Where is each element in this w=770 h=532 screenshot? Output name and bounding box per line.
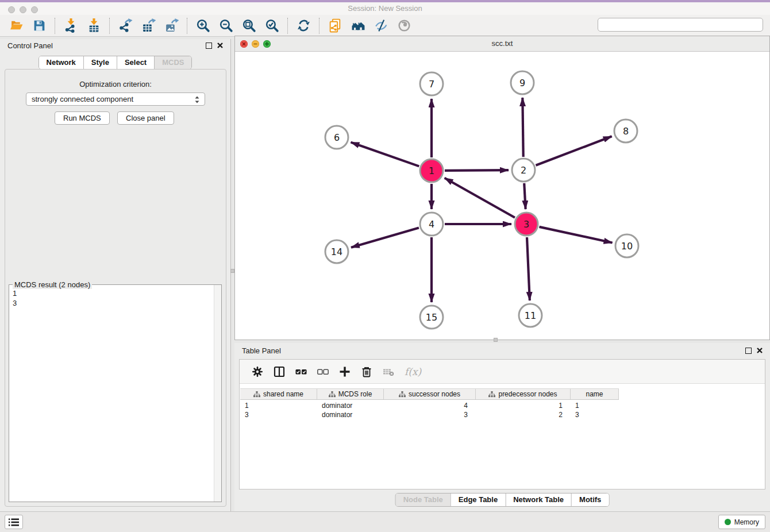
open-session-button[interactable] <box>7 17 25 34</box>
clone-network-button[interactable] <box>326 17 344 34</box>
save-icon <box>32 18 47 33</box>
vertical-splitter-handle[interactable] <box>230 269 234 273</box>
table-cell[interactable]: 2 <box>476 410 571 419</box>
criterion-select[interactable]: strongly connected component <box>26 92 205 106</box>
graph-edge-2-8[interactable] <box>536 136 611 165</box>
network-canvas[interactable]: 7968124314101511 <box>235 52 769 340</box>
show-columns-button[interactable] <box>271 364 287 380</box>
result-item[interactable]: 1 <box>13 288 214 298</box>
apply-layout-button[interactable] <box>295 17 312 34</box>
deselect-all-rows-button[interactable] <box>315 364 331 380</box>
table-row[interactable]: 1dominator411 <box>240 401 619 410</box>
table-cell[interactable]: 3 <box>571 410 619 419</box>
delete-column-button[interactable] <box>359 364 375 380</box>
tab-network-table[interactable]: Network Table <box>505 494 571 506</box>
table-cell[interactable]: 1 <box>240 401 317 410</box>
close-panel-button[interactable]: Close panel <box>117 111 174 125</box>
graph-node-10[interactable]: 10 <box>615 234 638 257</box>
graph-edge-4-14[interactable] <box>351 228 419 247</box>
export-table-button[interactable] <box>140 17 157 34</box>
save-session-button[interactable] <box>30 17 48 34</box>
graph-node-9[interactable]: 9 <box>511 71 534 94</box>
import-network-button[interactable] <box>62 17 79 34</box>
graph-node-7[interactable]: 7 <box>420 72 443 95</box>
table-settings-button[interactable] <box>249 364 265 380</box>
memory-button[interactable]: Memory <box>718 515 765 529</box>
network-close-icon[interactable] <box>240 40 248 48</box>
window-close-icon[interactable] <box>8 6 15 13</box>
graph-edge-3-10[interactable] <box>539 227 612 243</box>
network-maximize-icon[interactable] <box>263 40 271 48</box>
table-cell[interactable]: dominator <box>317 410 384 419</box>
delete-table-button[interactable] <box>380 364 396 380</box>
table-cell[interactable]: 1 <box>571 401 619 410</box>
table-cell[interactable]: 1 <box>476 401 571 410</box>
function-builder-button[interactable]: f(x) <box>402 364 424 380</box>
select-all-rows-button[interactable] <box>293 364 309 380</box>
column-header-name[interactable]: name <box>571 389 619 399</box>
tab-mcds[interactable]: MCDS <box>154 56 191 69</box>
tab-select[interactable]: Select <box>117 56 154 69</box>
column-header-MCDS-role[interactable]: MCDS role <box>317 389 384 399</box>
graph-node-1[interactable]: 1 <box>420 159 443 182</box>
status-bar: Memory <box>0 511 770 532</box>
result-item[interactable]: 3 <box>13 298 214 308</box>
hide-selected-button[interactable] <box>372 17 390 34</box>
trash-icon <box>361 366 372 377</box>
zoom-fit-button[interactable] <box>240 17 257 34</box>
graph-node-label: 3 <box>523 219 529 230</box>
column-header-shared-name[interactable]: shared name <box>240 389 317 399</box>
mcds-result-list[interactable]: 13 <box>9 286 214 502</box>
horizontal-splitter-handle[interactable] <box>494 338 498 342</box>
tab-style[interactable]: Style <box>83 56 117 69</box>
control-panel-float-icon[interactable] <box>206 43 212 49</box>
table-cell[interactable]: dominator <box>317 401 384 410</box>
tab-node-table[interactable]: Node Table <box>396 494 451 506</box>
graph-node-11[interactable]: 11 <box>519 304 542 327</box>
graph-edge-2-9[interactable] <box>522 98 523 157</box>
graph-node-14[interactable]: 14 <box>325 240 348 263</box>
export-network-button[interactable] <box>117 17 134 34</box>
zoom-in-button[interactable] <box>194 17 211 34</box>
graph-node-6[interactable]: 6 <box>325 126 348 149</box>
graph-edge-2-3[interactable] <box>524 183 525 209</box>
table-cell[interactable]: 4 <box>384 401 476 410</box>
optimization-criterion-label: Optimization criterion: <box>5 80 226 88</box>
graph-edge-1-2[interactable] <box>445 170 509 171</box>
export-image-button[interactable] <box>163 17 180 34</box>
control-panel-close-icon[interactable] <box>216 42 224 49</box>
column-header-successor-nodes[interactable]: successor nodes <box>384 389 476 399</box>
result-scrollbar[interactable] <box>214 285 221 502</box>
graph-edge-3-11[interactable] <box>527 237 530 300</box>
graph-node-15[interactable]: 15 <box>420 306 443 329</box>
show-all-button[interactable] <box>349 17 367 34</box>
graph-node-8[interactable]: 8 <box>614 119 637 142</box>
graph-edge-3-1[interactable] <box>445 178 515 218</box>
column-header-predecessor-nodes[interactable]: predecessor nodes <box>476 389 571 399</box>
tab-network[interactable]: Network <box>39 56 83 69</box>
create-column-button[interactable] <box>337 364 353 380</box>
window-minimize-icon[interactable] <box>20 6 26 13</box>
zoom-out-button[interactable] <box>217 17 234 34</box>
graph-node-4[interactable]: 4 <box>420 213 443 236</box>
table-row[interactable]: 3dominator323 <box>240 410 619 419</box>
table-cell[interactable]: 3 <box>240 410 317 419</box>
import-table-button[interactable] <box>85 17 102 34</box>
table-panel-close-icon[interactable] <box>756 347 763 354</box>
run-mcds-button[interactable]: Run MCDS <box>55 111 110 125</box>
graph-node-2[interactable]: 2 <box>512 159 535 182</box>
graph-node-label: 2 <box>521 165 526 176</box>
tab-motifs[interactable]: Motifs <box>571 494 609 506</box>
network-list-button[interactable] <box>5 515 23 529</box>
show-hidden-button[interactable] <box>395 17 413 34</box>
network-minimize-icon[interactable] <box>252 40 259 48</box>
tab-edge-table[interactable]: Edge Table <box>451 494 505 506</box>
window-zoom-icon[interactable] <box>31 6 38 13</box>
zoom-selected-button[interactable] <box>263 17 280 34</box>
network-window-titlebar[interactable]: scc.txt <box>235 36 769 52</box>
graph-node-3[interactable]: 3 <box>515 213 538 236</box>
search-input[interactable] <box>598 18 763 32</box>
graph-edge-1-6[interactable] <box>351 142 419 167</box>
table-cell[interactable]: 3 <box>384 410 476 419</box>
table-panel-float-icon[interactable] <box>745 348 752 354</box>
